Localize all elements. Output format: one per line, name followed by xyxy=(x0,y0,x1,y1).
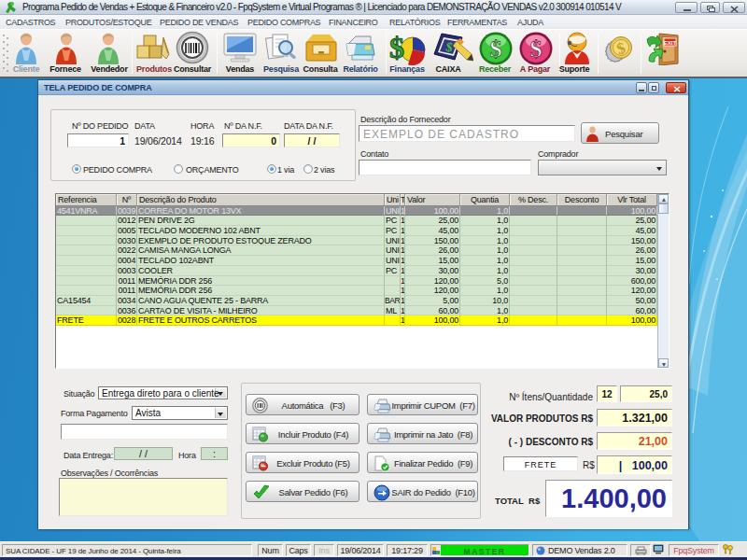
svg-text:$: $ xyxy=(490,35,502,63)
svg-text:EXIT: EXIT xyxy=(664,40,677,46)
svg-text:$: $ xyxy=(389,32,404,64)
svg-text:$: $ xyxy=(530,35,543,63)
